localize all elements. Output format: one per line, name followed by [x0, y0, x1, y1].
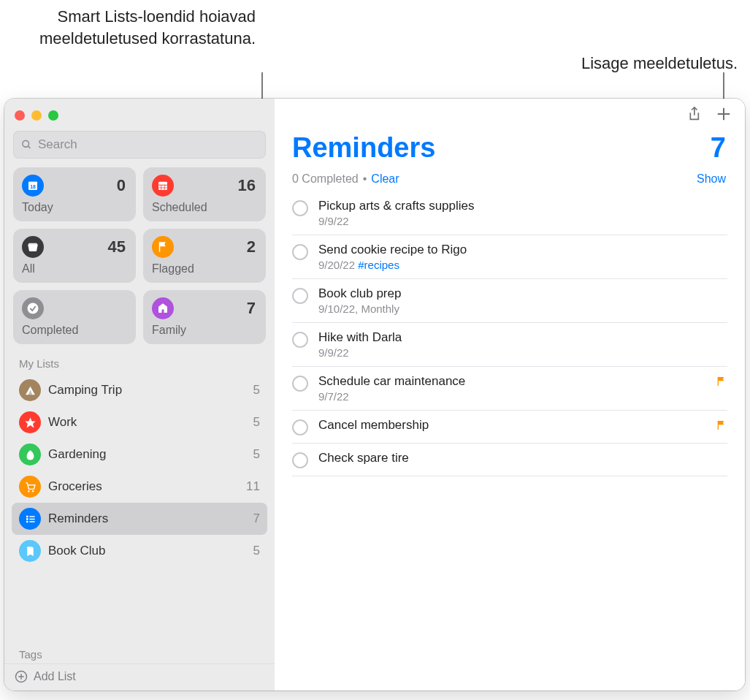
list-name: Groceries	[48, 479, 239, 494]
reminder-item[interactable]: Cancel membership	[292, 411, 727, 444]
share-icon[interactable]	[685, 106, 701, 122]
window-controls	[4, 106, 275, 128]
smart-list-scheduled[interactable]: 16Scheduled	[143, 167, 266, 221]
list-name: Work	[48, 415, 246, 430]
completed-icon	[22, 297, 44, 319]
sidebar-list-groceries[interactable]: Groceries11	[12, 471, 267, 503]
work-list-icon	[19, 411, 41, 433]
completed-count-text: 0 Completed	[292, 172, 359, 186]
show-button[interactable]: Show	[697, 172, 726, 186]
complete-toggle[interactable]	[292, 376, 308, 392]
complete-toggle[interactable]	[292, 200, 308, 216]
bookclub-list-icon	[19, 540, 41, 562]
reminders-list-icon	[19, 508, 41, 530]
svg-rect-15	[29, 516, 35, 517]
list-count: 5	[253, 415, 260, 430]
svg-point-16	[26, 518, 28, 520]
close-window-button[interactable]	[15, 110, 25, 121]
list-name: Book Club	[48, 544, 246, 558]
app-window: 180Today16Scheduled45All2FlaggedComplete…	[4, 99, 745, 691]
minimize-window-button[interactable]	[31, 110, 42, 121]
smart-list-label: Flagged	[152, 262, 256, 275]
reminder-title: Check spare tire	[318, 451, 727, 465]
list-name: Gardening	[48, 447, 246, 462]
reminders-list: Pickup arts & crafts supplies9/9/22Send …	[275, 191, 745, 476]
reminder-title: Send cookie recipe to Rigo	[318, 243, 727, 257]
tags-header: Tags	[4, 638, 275, 663]
sidebar-list-work[interactable]: Work5	[12, 406, 267, 438]
camping-list-icon	[19, 379, 41, 401]
reminder-title: Cancel membership	[318, 418, 705, 433]
gardening-list-icon	[19, 444, 41, 465]
my-lists: Camping Trip5Work5Gardening5Groceries11R…	[4, 374, 275, 638]
all-icon	[22, 236, 44, 258]
svg-text:18: 18	[30, 184, 36, 189]
reminder-meta: 9/9/22	[318, 215, 727, 227]
add-list-label: Add List	[34, 670, 76, 683]
smart-list-count: 16	[238, 176, 256, 195]
maximize-window-button[interactable]	[48, 110, 58, 121]
svg-point-18	[26, 520, 28, 522]
reminder-item[interactable]: Send cookie recipe to Rigo9/20/22 #recip…	[292, 235, 727, 279]
reminder-item[interactable]: Check spare tire	[292, 444, 727, 476]
smart-list-today[interactable]: 180Today	[13, 167, 136, 221]
sidebar-list-camping[interactable]: Camping Trip5	[12, 374, 267, 406]
smart-lists-grid: 180Today16Scheduled45All2FlaggedComplete…	[4, 166, 275, 354]
smart-list-label: Today	[22, 201, 126, 214]
list-count: 5	[253, 544, 260, 558]
main-content: Reminders 7 0 Completed • Clear Show Pic…	[275, 99, 745, 691]
complete-toggle[interactable]	[292, 244, 308, 260]
list-title: Reminders	[292, 132, 435, 164]
smart-list-family[interactable]: 7Family	[143, 290, 266, 344]
svg-point-10	[28, 303, 39, 314]
list-name: Camping Trip	[48, 383, 246, 397]
reminder-item[interactable]: Pickup arts & crafts supplies9/9/22	[292, 191, 727, 235]
reminder-meta: 9/7/22	[318, 390, 705, 403]
smart-list-flagged[interactable]: 2Flagged	[143, 229, 266, 283]
svg-point-14	[26, 515, 28, 517]
add-reminder-button[interactable]	[716, 106, 732, 122]
list-count: 5	[253, 383, 260, 397]
flagged-icon	[152, 236, 174, 258]
svg-rect-5	[158, 182, 167, 190]
search-field[interactable]	[13, 131, 266, 159]
reminder-item[interactable]: Hike with Darla9/9/22	[292, 323, 727, 367]
main-toolbar	[275, 99, 745, 129]
sidebar-list-reminders[interactable]: Reminders7	[12, 503, 267, 535]
complete-toggle[interactable]	[292, 332, 308, 348]
svg-point-13	[31, 490, 34, 492]
reminder-title: Pickup arts & crafts supplies	[318, 199, 727, 213]
clear-button[interactable]: Clear	[371, 172, 399, 186]
reminder-title: Book club prep	[318, 286, 727, 301]
today-icon: 18	[22, 175, 44, 197]
complete-toggle[interactable]	[292, 452, 308, 468]
svg-rect-19	[29, 521, 35, 522]
smart-list-all[interactable]: 45All	[13, 229, 136, 283]
svg-line-1	[28, 146, 30, 148]
smart-list-count: 0	[117, 176, 126, 195]
family-icon	[152, 297, 174, 319]
reminder-item[interactable]: Book club prep9/10/22, Monthly	[292, 279, 727, 323]
search-input[interactable]	[37, 137, 258, 153]
svg-point-0	[23, 140, 29, 147]
callout-smart-lists: Smart Lists-loendid hoiavad meeldetuletu…	[29, 6, 256, 49]
list-count: 11	[246, 479, 260, 494]
reminder-item[interactable]: Schedule car maintenance9/7/22	[292, 367, 727, 411]
smart-list-completed[interactable]: Completed	[13, 290, 136, 344]
svg-point-12	[28, 490, 30, 492]
smart-list-label: Completed	[22, 324, 126, 337]
sidebar: 180Today16Scheduled45All2FlaggedComplete…	[4, 99, 275, 691]
reminder-meta: 9/9/22	[318, 346, 727, 359]
flag-icon	[716, 419, 727, 434]
svg-rect-17	[29, 518, 35, 519]
add-list-button[interactable]: Add List	[4, 663, 275, 691]
sidebar-list-gardening[interactable]: Gardening5	[12, 438, 267, 471]
flag-icon	[716, 376, 727, 390]
list-count: 5	[253, 447, 260, 462]
list-name: Reminders	[48, 511, 246, 526]
complete-toggle[interactable]	[292, 419, 308, 435]
complete-toggle[interactable]	[292, 288, 308, 304]
sidebar-list-bookclub[interactable]: Book Club5	[12, 535, 267, 567]
scheduled-icon	[152, 175, 174, 197]
reminder-tag[interactable]: #recipes	[358, 259, 399, 271]
